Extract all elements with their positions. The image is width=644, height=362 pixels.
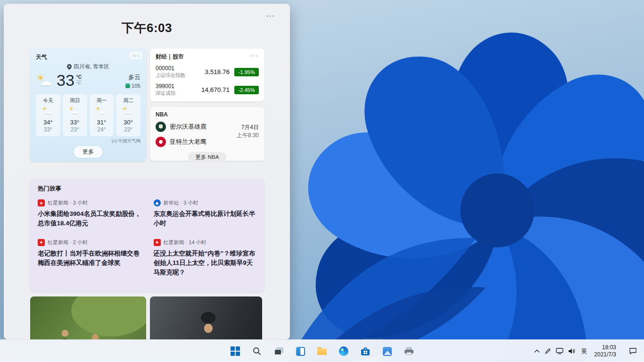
story-headline: 东京奥运会开幕式将比原计划延长半小时 [154,209,257,229]
story-image[interactable] [150,296,262,339]
clock-tray-button[interactable]: 18:03 2021/7/3 [590,343,620,360]
finance-menu-button[interactable]: ··· [248,51,261,59]
ime-indicator[interactable]: 英 [578,343,590,360]
tray-chevron-button[interactable] [532,343,542,360]
aqi-icon [125,83,130,88]
game-datetime: 7月4日 上午8:30 [237,122,259,152]
desktop: 下午6:03 ··· 天气 ··· 四川省, 青羊区 ☀☁ 33 [0,0,644,362]
photos-button[interactable] [378,342,396,361]
story-meta: ◆ 新华社 · 3 小时 [154,199,257,206]
story-image[interactable] [30,296,146,339]
widgets-button[interactable] [291,342,310,361]
weather-more-button[interactable]: 更多 [74,146,102,158]
story-headline: 小米集团给3904名员工发奖励股份，总市值18.4亿港元 [38,209,141,229]
game-date: 7月4日 [237,123,259,132]
photo-story-row [30,296,264,339]
nba-title: NBA [156,111,259,118]
panel-menu-button[interactable]: ··· [263,10,278,22]
unit-toggle[interactable]: °C °F [76,74,82,86]
story-meta: ★ 红星新闻 · 14 小时 [154,239,257,246]
forecast-day[interactable]: 周日 ☀☁ 33° 23° [63,94,87,136]
system-tray: 英 18:03 2021/7/3 [532,340,644,362]
team-name: 亚特兰大老鹰 [170,138,206,146]
forecast-day[interactable]: 周二 ☀☁ 30° 23° [116,94,140,136]
forecast-day[interactable]: 周一 ☀☁ 31° 24° [90,94,114,136]
weather-condition: 多云 [128,74,140,81]
unit-celsius[interactable]: °C [76,74,82,81]
task-view-icon [274,347,283,355]
pen-icon [545,348,551,354]
finance-widget[interactable]: 财经｜股市 ··· 000001 上证综合指数 3,518.76 -1.95% [150,49,264,101]
weather-copyright: (c) 中国天气网 [36,138,140,144]
unit-fahrenheit[interactable]: °F [76,81,82,86]
story-item[interactable]: ★ 红星新闻 · 14 小时 还没上太空就开始“内卷”？维珍宣布创始人11日上太… [154,239,257,278]
photos-icon [383,347,392,356]
store-button[interactable] [356,342,375,361]
widgets-header: 下午6:03 ··· [4,4,290,49]
file-explorer-button[interactable] [313,342,331,361]
widgets-icon [296,347,305,356]
nba-widget[interactable]: NBA 密尔沃基雄鹿 亚特兰大老鹰 [150,107,264,161]
bucks-logo [156,122,166,132]
forecast-day[interactable]: 今天 ☀☁ 34° 33° [36,94,60,136]
partly-cloudy-icon: ☀☁ [36,72,56,89]
story-item[interactable]: ◆ 新华社 · 3 小时 东京奥运会开幕式将比原计划延长半小时 [154,199,257,229]
notification-center-button[interactable] [627,343,639,360]
widgets-body: 天气 ··· 四川省, 青羊区 ☀☁ 33 °C °F [4,49,290,339]
weather-condition-block: 多云 105 [125,73,140,89]
task-view-button[interactable] [269,342,288,361]
volume-tray-button[interactable] [566,343,578,360]
team-row[interactable]: 密尔沃基雄鹿 [156,122,237,132]
stock-price: 14,670.71 [201,86,230,93]
search-icon [252,346,262,356]
nba-more-button[interactable]: 更多 NBA [188,152,227,163]
pen-tray-button[interactable] [542,343,553,360]
story-headline: 还没上太空就开始“内卷”？维珍宣布创始人11日上太空，比贝索斯早9天 马斯克呢？ [154,249,257,278]
cloudy-icon: ☀☁ [122,106,134,116]
hongxing-news-icon: ★ [154,239,161,246]
sun-cloud-icon: ☀☁ [95,106,107,116]
hongxing-news-icon: ★ [38,239,45,246]
search-button[interactable] [248,342,266,361]
network-icon [556,348,563,354]
stock-row[interactable]: 399001 深证成指 14,670.71 -2.45% [156,83,259,97]
widgets-panel: 下午6:03 ··· 天气 ··· 四川省, 青羊区 ☀☁ 33 [4,4,290,339]
hongxing-news-icon: ★ [38,199,45,206]
weather-widget[interactable]: 天气 ··· 四川省, 青羊区 ☀☁ 33 °C °F [30,49,146,162]
stock-name: 上证综合指数 [156,72,205,79]
game-time: 上午8:30 [237,132,259,140]
top-stories-widget: 热门故事 ★ 红星新闻 · 3 小时 小米集团给3904名员工发奖励股份，总市值… [30,179,264,292]
story-item[interactable]: ★ 红星新闻 · 2 小时 老记散打丨当对手在欧洲杯相继交卷 梅西在美洲杯又瞄准… [38,239,141,278]
stock-change-badge: -1.95% [234,68,259,76]
forecast-strip: 今天 ☀☁ 34° 33° 周日 ☀☁ 33° 23° 周一 [36,94,140,136]
stock-code: 399001 [156,83,201,90]
partly-cloudy-icon: ☀☁ [69,106,81,116]
team-name: 密尔沃基雄鹿 [170,123,206,131]
comment-icon [629,347,637,355]
windows-logo-icon [231,346,240,356]
current-temperature: 33 [57,71,74,90]
panel-clock-title: 下午6:03 [4,20,290,36]
folder-icon [317,347,327,355]
stock-name: 深证成指 [156,90,201,97]
story-meta: ★ 红星新闻 · 3 小时 [38,199,141,206]
team-row[interactable]: 亚特兰大老鹰 [156,137,237,147]
aqi-row: 105 [125,83,140,89]
stock-row[interactable]: 000001 上证综合指数 3,518.76 -1.95% [156,65,259,79]
weather-location-row[interactable]: 四川省, 青羊区 [36,63,140,70]
network-tray-button[interactable] [553,343,566,360]
printer-icon [405,347,413,355]
story-item[interactable]: ★ 红星新闻 · 3 小时 小米集团给3904名员工发奖励股份，总市值18.4亿… [38,199,141,229]
tray-date: 2021/7/3 [594,351,616,358]
aqi-value: 105 [132,83,140,89]
story-headline: 老记散打丨当对手在欧洲杯相继交卷 梅西在美洲杯又瞄准了金球奖 [38,249,141,268]
edge-button[interactable] [334,342,353,361]
printer-app-button[interactable] [399,342,418,361]
hawks-logo [156,137,166,147]
stock-code: 000001 [156,65,205,72]
weather-menu-button[interactable]: ··· [129,51,142,59]
taskbar-center [226,340,418,362]
start-button[interactable] [226,342,245,361]
location-pin-icon [67,64,72,70]
chevron-up-icon [534,349,540,353]
